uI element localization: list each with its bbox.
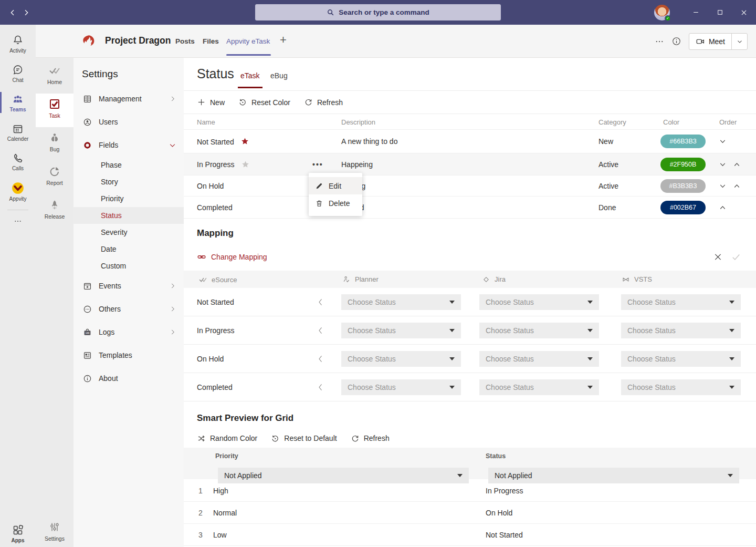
appvity-module-rail: Home Task Bug Report Release Settings [36, 58, 74, 547]
back-button[interactable] [6, 6, 19, 19]
tab-etask[interactable]: eTask [240, 71, 260, 80]
sidebar-item-activity[interactable]: Activity [0, 30, 36, 59]
tab-posts[interactable]: Posts [175, 37, 195, 45]
tab-appvity-etask[interactable]: Appvity eTask [226, 37, 270, 45]
meet-button[interactable]: Meet [689, 34, 731, 49]
info-icon[interactable] [671, 36, 681, 46]
module-home[interactable]: Home [36, 60, 74, 94]
tab-files[interactable]: Files [203, 37, 219, 45]
star-gray-icon[interactable] [241, 160, 250, 169]
change-mapping-link[interactable]: Change Mapping [197, 252, 267, 262]
more-apps-button[interactable] [0, 213, 36, 229]
move-down-button[interactable] [718, 137, 727, 146]
move-down-button[interactable] [718, 160, 727, 169]
module-bug[interactable]: Bug [36, 127, 74, 161]
dropdown-caret-icon [449, 301, 455, 304]
jira-status-dropdown[interactable]: Choose Status [479, 379, 599, 395]
vsts-status-dropdown[interactable]: Choose Status [621, 294, 741, 310]
forward-button[interactable] [20, 6, 33, 19]
nav-fields-priority[interactable]: Priority [74, 190, 184, 207]
new-button[interactable]: New [197, 98, 225, 107]
vsts-bowtie-icon [622, 275, 630, 284]
nav-logs[interactable]: LOG Logs [74, 321, 184, 344]
sidebar-item-calls[interactable]: Calls [0, 148, 36, 177]
nav-fields-date[interactable]: Date [74, 241, 184, 257]
sidebar-item-label: Appvity [9, 196, 27, 202]
refresh-button[interactable]: Refresh [304, 98, 343, 107]
nav-others[interactable]: Others [74, 297, 184, 321]
nav-fields-status[interactable]: Status [74, 207, 184, 224]
avatar[interactable]: ✓ [654, 5, 670, 20]
table-row[interactable]: Not Started A new thing to do New #66B3B… [184, 130, 756, 153]
move-down-button[interactable] [718, 181, 727, 190]
preview-status: On Hold [486, 509, 512, 517]
color-pill[interactable]: #002B67 [660, 201, 706, 214]
sidebar-item-apps[interactable]: Apps [0, 520, 36, 547]
vsts-status-dropdown[interactable]: Choose Status [621, 379, 741, 395]
move-up-button[interactable] [732, 181, 741, 190]
planner-status-dropdown[interactable]: Choose Status [341, 323, 461, 338]
move-up-button[interactable] [718, 203, 727, 212]
nav-fields-severity[interactable]: Severity [74, 224, 184, 241]
module-settings[interactable]: Settings [36, 517, 74, 547]
circle-ellipsis-icon [82, 304, 92, 314]
nav-about[interactable]: About [74, 367, 184, 390]
module-report[interactable]: Report [36, 161, 74, 194]
vsts-status-dropdown[interactable]: Choose Status [621, 351, 741, 367]
planner-status-dropdown[interactable]: Choose Status [341, 294, 461, 310]
nav-fields-custom[interactable]: Custom [74, 257, 184, 274]
color-pill[interactable]: #66B3B3 [660, 135, 706, 148]
nav-fields[interactable]: Fields [74, 133, 184, 157]
confirm-mapping-button[interactable] [731, 252, 741, 262]
module-task[interactable]: Task [36, 94, 74, 127]
settings-title: Settings [74, 58, 184, 87]
add-tab-button[interactable]: + [280, 33, 287, 47]
tab-ebug[interactable]: eBug [270, 71, 288, 80]
cancel-mapping-button[interactable] [713, 252, 723, 262]
sidebar-item-appvity[interactable]: Appvity [0, 177, 36, 207]
mapping-row: Completed Choose Status Choose Status Ch… [184, 373, 756, 401]
more-options-icon[interactable] [655, 37, 664, 46]
color-pill[interactable]: #2F950B [660, 158, 706, 171]
star-filled-icon[interactable] [240, 137, 249, 146]
plus-icon [197, 98, 206, 107]
planner-status-dropdown[interactable]: Choose Status [341, 351, 461, 367]
reset-color-button[interactable]: Reset Color [238, 98, 290, 107]
table-row[interactable]: Completed Closed Done #002B67 [184, 197, 756, 219]
reset-to-default-button[interactable]: Reset to Default [271, 434, 337, 443]
random-color-button[interactable]: Random Color [197, 434, 257, 443]
nav-events[interactable]: Events [74, 274, 184, 297]
module-release[interactable]: Release [36, 194, 74, 228]
meet-caret-button[interactable] [731, 34, 747, 49]
minimize-button[interactable] [684, 0, 708, 25]
nav-templates[interactable]: Templates [74, 344, 184, 367]
move-up-button[interactable] [732, 160, 741, 169]
nav-label: Fields [99, 141, 118, 149]
refresh-button[interactable]: Refresh [351, 434, 390, 443]
jira-status-dropdown[interactable]: Choose Status [479, 294, 599, 310]
jira-status-dropdown[interactable]: Choose Status [479, 323, 599, 338]
maximize-button[interactable] [708, 0, 732, 25]
color-pill[interactable]: #B3B3B3 [660, 179, 706, 193]
calendar-star-icon [82, 281, 92, 291]
search-input[interactable]: Search or type a command [255, 4, 501, 20]
planner-status-dropdown[interactable]: Choose Status [341, 379, 461, 395]
table-row[interactable]: In Progress ••• Happeing Active #2F950B [184, 153, 756, 176]
nav-fields-story[interactable]: Story [74, 173, 184, 190]
search-icon [327, 8, 334, 16]
close-button[interactable] [732, 0, 756, 25]
sidebar-item-calendar[interactable]: Calender [0, 118, 36, 148]
table-row[interactable]: On Hold Waiting Active #B3B3B3 [184, 176, 756, 197]
context-menu-delete[interactable]: Delete [309, 194, 362, 212]
vsts-status-dropdown[interactable]: Choose Status [621, 323, 741, 338]
context-menu-edit[interactable]: Edit [309, 177, 362, 194]
pencil-icon [315, 182, 323, 190]
nav-management[interactable]: Management [74, 87, 184, 110]
jira-status-dropdown[interactable]: Choose Status [479, 351, 599, 367]
module-label: Home [47, 79, 62, 85]
nav-users[interactable]: Users [74, 110, 184, 133]
sidebar-item-chat[interactable]: Chat [0, 59, 36, 89]
nav-fields-phase[interactable]: Phase [74, 157, 184, 173]
row-more-button[interactable]: ••• [312, 160, 323, 169]
sidebar-item-teams[interactable]: Teams [0, 89, 36, 118]
